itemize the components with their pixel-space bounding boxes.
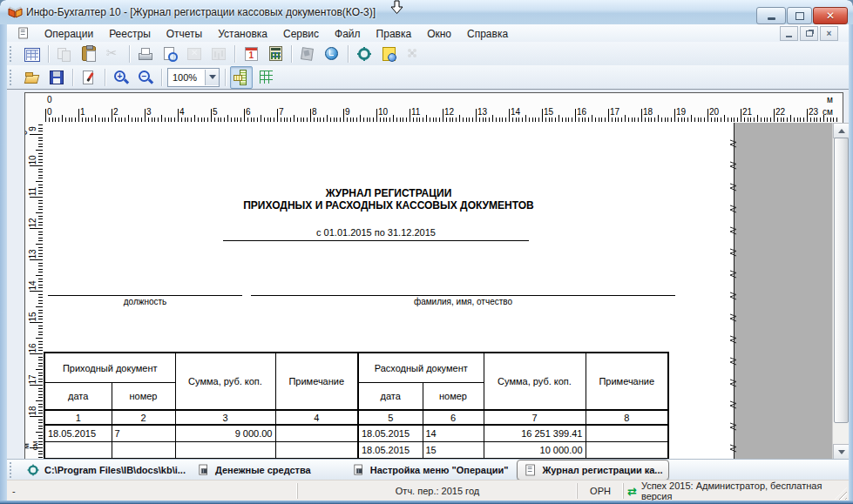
menu-item-3[interactable]: Отчеты: [159, 26, 210, 42]
ruler-button[interactable]: [230, 66, 253, 89]
save-icon: [50, 71, 64, 84]
journal-table: Приходный документСумма, руб. коп.Примеч…: [44, 352, 669, 460]
ruler-icon: [234, 70, 249, 85]
window-tab-bar: C:\Program Files\IB\docs\kb\i...Денежные…: [7, 459, 849, 480]
table-cell: [275, 425, 358, 442]
menu-item-5[interactable]: Сервис: [275, 26, 327, 42]
tab-label: Настройка меню "Операции": [370, 465, 509, 475]
mouse-cursor: [390, 0, 404, 18]
helm-button[interactable]: [353, 43, 376, 65]
page-viewport: ЖУРНАЛ РЕГИСТРАЦИИ ПРИХОДНЫХ И РАСХОДНЫХ…: [44, 123, 832, 460]
ruler-corner: [24, 92, 44, 124]
title-bar[interactable]: Инфо-Бухгалтер 10 - [Журнал регистрации …: [0, 0, 853, 24]
mdi-restore-button[interactable]: [800, 26, 818, 41]
grid-button[interactable]: [254, 66, 277, 89]
toolbar-grip[interactable]: [10, 70, 16, 85]
zoom-out-button[interactable]: [134, 66, 157, 89]
zoom-in-button[interactable]: [110, 66, 132, 89]
open-icon: [24, 70, 40, 85]
scroll-down-button[interactable]: [833, 444, 850, 460]
page-edge-mark: [729, 419, 737, 434]
header-note: Примечание: [275, 353, 358, 410]
column-number: 7: [484, 410, 586, 425]
document-title: ЖУРНАЛ РЕГИСТРАЦИИ ПРИХОДНЫХ И РАСХОДНЫХ…: [44, 187, 734, 212]
mdi-minimize-button[interactable]: [780, 26, 798, 41]
menu-item-6[interactable]: Файл: [327, 26, 369, 42]
export-icon: [187, 48, 201, 60]
scrollbar-thumb[interactable]: [834, 138, 849, 423]
preview-button[interactable]: [159, 43, 181, 65]
subheader-date: дата: [358, 383, 423, 411]
window-tab-2[interactable]: Денежные средства: [191, 461, 316, 479]
vertical-scrollbar[interactable]: [832, 123, 850, 460]
document-page: ЖУРНАЛ РЕГИСТРАЦИИ ПРИХОДНЫХ И РАСХОДНЫХ…: [44, 123, 735, 460]
window-tab-4[interactable]: Журнал регистрации ка...: [517, 460, 668, 480]
chart-icon: [212, 48, 226, 60]
signature-label-position: должность: [48, 297, 242, 306]
page-edge-mark: [729, 223, 737, 239]
column-number: 2: [112, 410, 175, 425]
print-button[interactable]: [134, 43, 157, 65]
vruler-number: 14: [28, 279, 38, 292]
ruler-unit-m: м: [827, 95, 833, 104]
column-number: 5: [358, 410, 423, 425]
hruler-number: 23: [809, 108, 818, 117]
zoom-level-combo[interactable]: 100%: [167, 68, 220, 87]
window-tab-1[interactable]: C:\Program Files\IB\docs\kb\i...: [20, 461, 191, 479]
status-left: -: [7, 483, 297, 499]
zoom-level-value: 100%: [168, 72, 205, 83]
table-cell: 16 251 399.41: [484, 425, 586, 442]
menu-item-1[interactable]: Операции: [37, 26, 101, 42]
mdi-close-button[interactable]: ×: [820, 26, 838, 41]
hruler-number: 18: [643, 108, 653, 117]
save-button[interactable]: [45, 66, 68, 89]
page-edge-mark: [729, 353, 737, 369]
calculator-button[interactable]: [264, 43, 287, 65]
tabbar-grip[interactable]: [10, 462, 16, 478]
table-cell: 14: [423, 425, 484, 442]
scroll-up-button[interactable]: [833, 123, 850, 138]
doc-globe-button[interactable]: [377, 43, 400, 65]
delete-doc-button[interactable]: [296, 43, 319, 65]
minimize-button[interactable]: [756, 7, 786, 24]
resize-grip[interactable]: [835, 487, 847, 500]
open-button[interactable]: [21, 66, 44, 89]
window-frame-bottom: [0, 501, 853, 504]
hruler-number: 15: [544, 108, 553, 117]
page-edge-mark: [729, 440, 737, 456]
table-cell: 18.05.2015: [358, 442, 423, 460]
toolbar-grip[interactable]: [10, 46, 16, 62]
chevron-down-icon: [209, 75, 216, 83]
combo-dropdown-button[interactable]: [205, 70, 219, 85]
header-incoming-doc: Приходный документ: [44, 353, 175, 383]
menu-item-9[interactable]: Справка: [459, 26, 516, 42]
menu-item-4[interactable]: Установка: [210, 26, 275, 42]
app-logo-icon: [8, 5, 23, 19]
mdi-document-icon[interactable]: [17, 27, 30, 39]
zoom-in-icon: [113, 70, 129, 85]
grid-icon: [260, 71, 273, 84]
close-button[interactable]: ✕: [813, 7, 848, 24]
page-edge-mark: [729, 136, 737, 151]
restore-button[interactable]: [787, 7, 812, 24]
window-tab-3[interactable]: Настройка меню "Операции": [346, 461, 514, 479]
paste-button[interactable]: [78, 43, 100, 65]
status-info: ⇄ Успех 2015: Администратор, бесплатная …: [623, 483, 835, 499]
toolbar-separator: [348, 45, 349, 63]
hruler-number: 4: [179, 108, 185, 117]
journal-table-button[interactable]: [21, 43, 44, 65]
hruler-number: 20: [709, 108, 719, 117]
doc-edit-button[interactable]: [78, 66, 100, 89]
world-clock-button[interactable]: [321, 43, 343, 65]
menu-item-2[interactable]: Реестры: [101, 26, 159, 42]
menu-item-7[interactable]: Правка: [369, 26, 420, 42]
page-edge-mark: [729, 375, 737, 391]
toolbar-separator: [105, 69, 105, 86]
vruler-number: 12: [28, 216, 38, 230]
column-number: 6: [423, 410, 484, 425]
arrow-down-icon: [838, 450, 845, 458]
delete-doc-icon: [300, 46, 315, 62]
page-edge-mark: [729, 201, 737, 217]
calendar-button[interactable]: [240, 43, 262, 65]
menu-item-8[interactable]: Окно: [419, 26, 459, 42]
